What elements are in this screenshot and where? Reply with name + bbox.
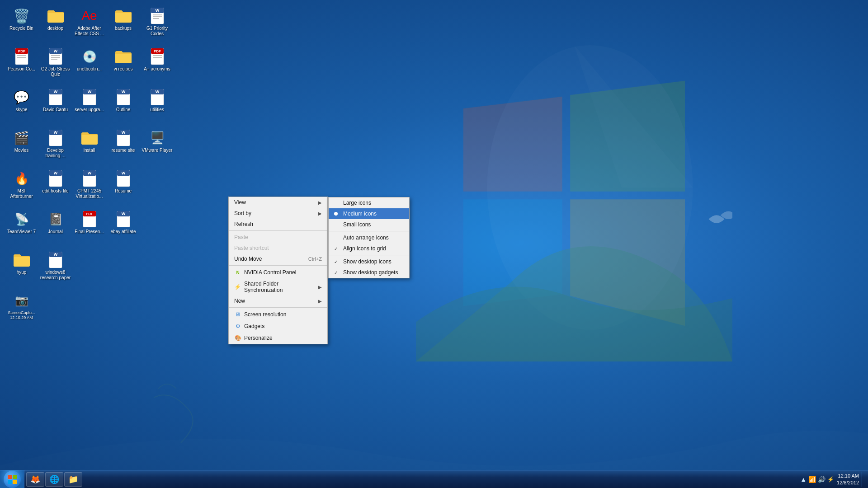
desktop-icon-screencapture[interactable]: 📷 ScreenCaptu...12.10.29 AM bbox=[5, 289, 38, 330]
desktop-icon-server-upgrade[interactable]: W server upgra... bbox=[72, 86, 106, 127]
desktop-icon-windows8-research[interactable]: W windows8 research paper bbox=[38, 249, 72, 289]
taskbar-ie[interactable]: 🌐 bbox=[45, 472, 63, 487]
new-label: New bbox=[234, 298, 245, 304]
submenu-small-icons[interactable]: Small icons bbox=[329, 219, 409, 230]
david-cantu-icon: W bbox=[47, 88, 65, 106]
svg-text:W: W bbox=[53, 252, 57, 257]
desktop-icon-resume-site[interactable]: W resume site bbox=[106, 127, 140, 167]
taskbar-firefox[interactable]: 🦊 bbox=[26, 472, 44, 487]
taskbar-explorer[interactable]: 📁 bbox=[64, 472, 82, 487]
show-desktop-button[interactable] bbox=[862, 472, 864, 487]
desktop-icon-movies[interactable]: 🎬 Movies bbox=[5, 127, 38, 167]
context-menu-view[interactable]: View ▶ Large icons Medium icons Small ic… bbox=[229, 197, 327, 208]
desktop-icon-final-presentation[interactable]: PDF Final Presen... bbox=[72, 208, 106, 249]
network-tray-icon[interactable]: 📶 bbox=[808, 476, 816, 483]
desktop-icon-recycle-bin[interactable]: 🗑️ Recycle Bin bbox=[5, 5, 38, 45]
context-menu-undo-move[interactable]: Undo Move Ctrl+Z bbox=[229, 253, 327, 264]
refresh-label: Refresh bbox=[234, 221, 253, 227]
desktop-icon-vmware[interactable]: 🖥️ VMware Player bbox=[140, 127, 174, 167]
desktop-icon-utilities[interactable]: W utilities bbox=[140, 86, 174, 127]
view-arrow-icon: ▶ bbox=[318, 200, 322, 205]
context-menu-nvidia[interactable]: N NVIDIA Control Panel bbox=[229, 267, 327, 278]
desktop-icon-cpmt-2245[interactable]: W CPMT 2245 Virtualizatio... bbox=[72, 167, 106, 208]
cpmt-2245-label: CPMT 2245 Virtualizatio... bbox=[74, 188, 105, 199]
desktop-icon-skype[interactable]: 💬 skype bbox=[5, 86, 38, 127]
desktop-icon-backups[interactable]: backups bbox=[106, 5, 140, 45]
tray-expand-icon[interactable]: ▲ bbox=[800, 476, 807, 483]
desktop-icon-vi-recipes[interactable]: vi recipes bbox=[106, 45, 140, 86]
desktop-icon-adobe[interactable]: Ae Adobe After Effects CSS ... bbox=[72, 5, 106, 45]
desktop-icon-msi-afterburner[interactable]: 🔥 MSI Afterburner bbox=[5, 167, 38, 208]
svg-text:W: W bbox=[121, 211, 125, 216]
desktop-icon-teamviewer[interactable]: 📡 TeamViewer 7 bbox=[5, 208, 38, 249]
context-menu-shared-sync[interactable]: ⚡ Shared Folder Synchronization ▶ bbox=[229, 278, 327, 296]
submenu-auto-arrange[interactable]: Auto arrange icons bbox=[329, 232, 409, 243]
desktop-icon-outline[interactable]: W Outline bbox=[106, 86, 140, 127]
desktop-icon-g1-priority[interactable]: W G1 Priority Codes bbox=[140, 5, 174, 45]
desktop-icon-unetboot[interactable]: 💿 unetbootin... bbox=[72, 45, 106, 86]
show-desktop-gadgets-check: ✓ bbox=[334, 270, 340, 275]
desktop-icon-develop-training[interactable]: W Develop training ... bbox=[38, 127, 72, 167]
paste-label: Paste bbox=[234, 234, 248, 240]
small-icons-label: Small icons bbox=[343, 221, 371, 228]
desktop-icon-ebay-affiliate[interactable]: W ebay affiliate bbox=[106, 208, 140, 249]
context-menu-refresh[interactable]: Refresh bbox=[229, 219, 327, 230]
context-menu-sort-by[interactable]: Sort by ▶ bbox=[229, 208, 327, 219]
adobe-label: Adobe After Effects CSS ... bbox=[74, 26, 105, 37]
context-menu-personalize[interactable]: 🎨 Personalize bbox=[229, 332, 327, 344]
backups-label: backups bbox=[115, 26, 132, 31]
align-grid-label: Align icons to grid bbox=[343, 245, 386, 252]
context-menu-separator-1 bbox=[229, 230, 327, 231]
context-menu-paste-shortcut[interactable]: Paste shortcut bbox=[229, 243, 327, 253]
g1-priority-icon: W bbox=[148, 7, 166, 25]
desktop-icon-edit-hosts-file[interactable]: W edit hosts file bbox=[38, 167, 72, 208]
svg-text:W: W bbox=[87, 89, 91, 94]
desktop-icon-desktop[interactable]: desktop bbox=[38, 5, 72, 45]
desktop-icon-a-plus-acronyms[interactable]: PDF A+ acronyms bbox=[140, 45, 174, 86]
outline-icon: W bbox=[114, 88, 132, 106]
context-menu-new[interactable]: New ▶ bbox=[229, 296, 327, 306]
context-menu-screen-resolution[interactable]: 🖥 Screen resolution bbox=[229, 309, 327, 320]
a-plus-acronyms-label: A+ acronyms bbox=[144, 66, 170, 72]
recycle-bin-icon: 🗑️ bbox=[13, 7, 31, 25]
submenu-show-desktop-gadgets[interactable]: ✓ Show desktop gadgets bbox=[329, 267, 409, 278]
desktop-icon-g2-job-stress[interactable]: W G2 Job Stress Quiz bbox=[38, 45, 72, 86]
submenu-show-desktop-icons[interactable]: ✓ Show desktop icons bbox=[329, 256, 409, 267]
edit-hosts-file-icon: W bbox=[47, 169, 65, 188]
submenu-large-icons[interactable]: Large icons bbox=[329, 197, 409, 208]
firefox-icon: 🦊 bbox=[30, 474, 40, 484]
volume-tray-icon[interactable]: 🔊 bbox=[818, 476, 826, 483]
battery-tray-icon[interactable]: ⚡ bbox=[827, 476, 834, 483]
desktop-icon-resume[interactable]: W Resume bbox=[106, 167, 140, 208]
screencapture-icon: 📷 bbox=[13, 291, 31, 310]
install-label: install bbox=[84, 148, 95, 153]
taskbar: 🦊 🌐 📁 ▲ 📶 🔊 ⚡ 12:10 AM 12/8/2012 bbox=[0, 470, 868, 488]
desktop-icon-hyup[interactable]: hyup bbox=[5, 249, 38, 289]
show-desktop-gadgets-label: Show desktop gadgets bbox=[343, 269, 398, 276]
teamviewer-icon: 📡 bbox=[13, 210, 31, 228]
desktop-icon-install[interactable]: install bbox=[72, 127, 106, 167]
explorer-icon: 📁 bbox=[68, 474, 78, 484]
clock-time: 12:10 AM bbox=[837, 473, 859, 479]
windows8-research-label: windows8 research paper bbox=[40, 270, 71, 281]
start-button[interactable] bbox=[0, 470, 24, 488]
submenu-align-grid[interactable]: ✓ Align icons to grid bbox=[329, 243, 409, 254]
screencapture-label: ScreenCaptu...12.10.29 AM bbox=[8, 310, 35, 320]
system-clock[interactable]: 12:10 AM 12/8/2012 bbox=[837, 473, 859, 486]
cpmt-2245-icon: W bbox=[80, 169, 99, 188]
context-menu-paste[interactable]: Paste bbox=[229, 232, 327, 243]
desktop-icon-pearson[interactable]: PDF Pearson.Co... bbox=[5, 45, 38, 86]
sort-by-label: Sort by bbox=[234, 210, 251, 216]
context-menu-gadgets[interactable]: ⚙ Gadgets bbox=[229, 320, 327, 332]
skype-icon: 💬 bbox=[13, 88, 31, 106]
screen-resolution-icon: 🖥 bbox=[234, 311, 241, 318]
resume-label: Resume bbox=[115, 188, 132, 194]
svg-text:PDF: PDF bbox=[154, 49, 161, 53]
submenu-medium-icons[interactable]: Medium icons bbox=[329, 208, 409, 219]
desktop-icon-david-cantu[interactable]: W David Cantu bbox=[38, 86, 72, 127]
desktop-icon-journal[interactable]: 📓 Journal bbox=[38, 208, 72, 249]
taskbar-pinned-items: 🦊 🌐 📁 bbox=[24, 470, 797, 488]
start-orb bbox=[4, 471, 21, 488]
paste-shortcut-label: Paste shortcut bbox=[234, 245, 269, 251]
skype-label: skype bbox=[15, 107, 27, 113]
